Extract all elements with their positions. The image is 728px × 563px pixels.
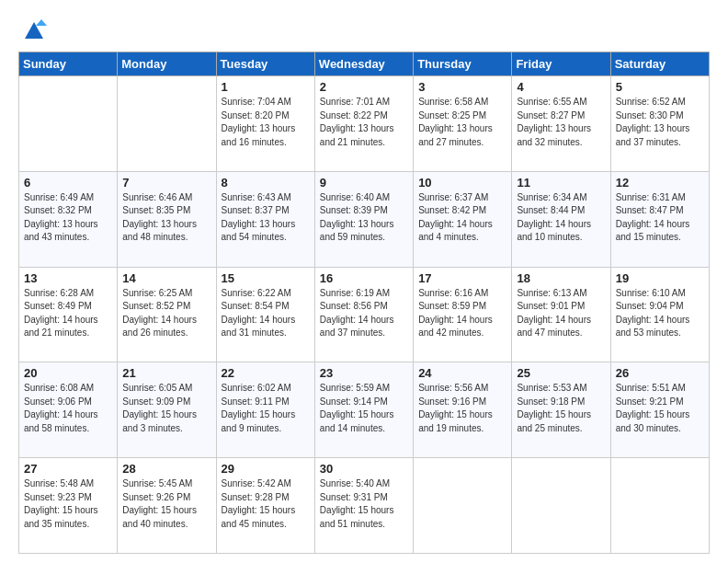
calendar-cell	[610, 458, 709, 554]
day-info: Sunrise: 6:43 AM Sunset: 8:37 PM Dayligh…	[222, 191, 310, 245]
day-number: 29	[222, 462, 310, 476]
week-row-2: 13Sunrise: 6:28 AM Sunset: 8:49 PM Dayli…	[19, 267, 710, 362]
calendar-cell: 6Sunrise: 6:49 AM Sunset: 8:32 PM Daylig…	[19, 171, 118, 267]
day-info: Sunrise: 6:16 AM Sunset: 8:59 PM Dayligh…	[418, 287, 506, 340]
calendar-cell: 16Sunrise: 6:19 AM Sunset: 8:56 PM Dayli…	[314, 267, 413, 362]
day-info: Sunrise: 6:10 AM Sunset: 9:04 PM Dayligh…	[616, 287, 704, 340]
svg-marker-1	[36, 19, 47, 26]
day-number: 26	[616, 366, 704, 380]
day-number: 2	[320, 80, 408, 94]
day-info: Sunrise: 5:48 AM Sunset: 9:23 PM Dayligh…	[24, 477, 112, 531]
day-number: 18	[517, 271, 605, 285]
calendar-cell: 29Sunrise: 5:42 AM Sunset: 9:28 PM Dayli…	[216, 458, 314, 554]
day-number: 22	[222, 366, 310, 380]
header	[18, 17, 710, 42]
day-number: 12	[616, 176, 704, 190]
calendar-cell: 24Sunrise: 5:56 AM Sunset: 9:16 PM Dayli…	[414, 362, 512, 458]
day-number: 5	[616, 80, 704, 94]
day-number: 4	[517, 80, 605, 94]
day-number: 30	[320, 462, 408, 476]
calendar-cell: 11Sunrise: 6:34 AM Sunset: 8:44 PM Dayli…	[512, 171, 610, 267]
day-info: Sunrise: 7:01 AM Sunset: 8:22 PM Dayligh…	[320, 96, 408, 149]
day-number: 10	[418, 176, 506, 190]
day-info: Sunrise: 6:05 AM Sunset: 9:09 PM Dayligh…	[122, 382, 210, 435]
day-info: Sunrise: 6:08 AM Sunset: 9:06 PM Dayligh…	[24, 382, 112, 435]
week-row-4: 27Sunrise: 5:48 AM Sunset: 9:23 PM Dayli…	[19, 458, 710, 554]
calendar-cell	[414, 458, 512, 554]
day-info: Sunrise: 6:19 AM Sunset: 8:56 PM Dayligh…	[320, 287, 408, 340]
day-info: Sunrise: 6:58 AM Sunset: 8:25 PM Dayligh…	[418, 96, 506, 149]
day-header-tuesday: Tuesday	[216, 52, 314, 76]
day-info: Sunrise: 6:28 AM Sunset: 8:49 PM Dayligh…	[24, 287, 112, 340]
calendar-cell	[19, 76, 118, 172]
day-number: 28	[122, 462, 210, 476]
calendar-cell: 20Sunrise: 6:08 AM Sunset: 9:06 PM Dayli…	[19, 362, 118, 458]
day-info: Sunrise: 5:40 AM Sunset: 9:31 PM Dayligh…	[320, 477, 408, 531]
calendar-cell: 12Sunrise: 6:31 AM Sunset: 8:47 PM Dayli…	[610, 171, 709, 267]
day-header-friday: Friday	[512, 52, 610, 76]
day-number: 14	[122, 271, 210, 285]
calendar-cell: 1Sunrise: 7:04 AM Sunset: 8:20 PM Daylig…	[216, 76, 314, 172]
calendar-cell: 23Sunrise: 5:59 AM Sunset: 9:14 PM Dayli…	[314, 362, 413, 458]
calendar-cell: 28Sunrise: 5:45 AM Sunset: 9:26 PM Dayli…	[118, 458, 216, 554]
day-number: 15	[222, 271, 310, 285]
calendar-cell: 9Sunrise: 6:40 AM Sunset: 8:39 PM Daylig…	[314, 171, 413, 267]
day-info: Sunrise: 6:37 AM Sunset: 8:42 PM Dayligh…	[418, 191, 506, 245]
day-number: 6	[24, 176, 112, 190]
day-number: 8	[222, 176, 310, 190]
day-info: Sunrise: 6:55 AM Sunset: 8:27 PM Dayligh…	[517, 96, 605, 149]
calendar-cell: 8Sunrise: 6:43 AM Sunset: 8:37 PM Daylig…	[216, 171, 314, 267]
day-number: 9	[320, 176, 408, 190]
calendar-cell	[118, 76, 216, 172]
calendar-table: SundayMondayTuesdayWednesdayThursdayFrid…	[18, 52, 710, 554]
day-number: 23	[320, 366, 408, 380]
day-number: 3	[418, 80, 506, 94]
day-info: Sunrise: 6:49 AM Sunset: 8:32 PM Dayligh…	[24, 191, 112, 245]
week-row-0: 1Sunrise: 7:04 AM Sunset: 8:20 PM Daylig…	[19, 76, 710, 172]
calendar-cell: 18Sunrise: 6:13 AM Sunset: 9:01 PM Dayli…	[512, 267, 610, 362]
week-row-1: 6Sunrise: 6:49 AM Sunset: 8:32 PM Daylig…	[19, 171, 710, 267]
day-header-wednesday: Wednesday	[314, 52, 413, 76]
day-number: 25	[517, 366, 605, 380]
calendar-cell: 26Sunrise: 5:51 AM Sunset: 9:21 PM Dayli…	[610, 362, 709, 458]
day-info: Sunrise: 5:53 AM Sunset: 9:18 PM Dayligh…	[517, 382, 605, 435]
day-header-monday: Monday	[118, 52, 216, 76]
calendar-cell: 7Sunrise: 6:46 AM Sunset: 8:35 PM Daylig…	[118, 171, 216, 267]
day-info: Sunrise: 5:51 AM Sunset: 9:21 PM Dayligh…	[616, 382, 704, 435]
day-info: Sunrise: 6:13 AM Sunset: 9:01 PM Dayligh…	[517, 287, 605, 340]
day-number: 27	[24, 462, 112, 476]
day-info: Sunrise: 6:02 AM Sunset: 9:11 PM Dayligh…	[222, 382, 310, 435]
day-number: 19	[616, 271, 704, 285]
day-info: Sunrise: 7:04 AM Sunset: 8:20 PM Dayligh…	[222, 96, 310, 149]
day-number: 16	[320, 271, 408, 285]
day-info: Sunrise: 5:56 AM Sunset: 9:16 PM Dayligh…	[418, 382, 506, 435]
calendar-header-row: SundayMondayTuesdayWednesdayThursdayFrid…	[19, 52, 710, 76]
day-info: Sunrise: 6:22 AM Sunset: 8:54 PM Dayligh…	[222, 287, 310, 340]
day-header-saturday: Saturday	[610, 52, 709, 76]
logo	[18, 17, 47, 42]
calendar-cell	[512, 458, 610, 554]
day-number: 24	[418, 366, 506, 380]
logo-icon	[21, 17, 47, 42]
day-number: 7	[122, 176, 210, 190]
calendar-cell: 4Sunrise: 6:55 AM Sunset: 8:27 PM Daylig…	[512, 76, 610, 172]
day-info: Sunrise: 5:42 AM Sunset: 9:28 PM Dayligh…	[222, 477, 310, 531]
day-number: 1	[222, 80, 310, 94]
calendar-cell: 5Sunrise: 6:52 AM Sunset: 8:30 PM Daylig…	[610, 76, 709, 172]
day-number: 20	[24, 366, 112, 380]
day-info: Sunrise: 6:52 AM Sunset: 8:30 PM Dayligh…	[616, 96, 704, 149]
day-number: 21	[122, 366, 210, 380]
day-header-sunday: Sunday	[19, 52, 118, 76]
day-info: Sunrise: 5:59 AM Sunset: 9:14 PM Dayligh…	[320, 382, 408, 435]
calendar-cell: 22Sunrise: 6:02 AM Sunset: 9:11 PM Dayli…	[216, 362, 314, 458]
day-info: Sunrise: 5:45 AM Sunset: 9:26 PM Dayligh…	[122, 477, 210, 531]
calendar-cell: 14Sunrise: 6:25 AM Sunset: 8:52 PM Dayli…	[118, 267, 216, 362]
calendar-cell: 17Sunrise: 6:16 AM Sunset: 8:59 PM Dayli…	[414, 267, 512, 362]
calendar-cell: 27Sunrise: 5:48 AM Sunset: 9:23 PM Dayli…	[19, 458, 118, 554]
day-info: Sunrise: 6:40 AM Sunset: 8:39 PM Dayligh…	[320, 191, 408, 245]
calendar-cell: 25Sunrise: 5:53 AM Sunset: 9:18 PM Dayli…	[512, 362, 610, 458]
calendar-cell: 15Sunrise: 6:22 AM Sunset: 8:54 PM Dayli…	[216, 267, 314, 362]
page: SundayMondayTuesdayWednesdayThursdayFrid…	[0, 0, 728, 563]
calendar-cell: 21Sunrise: 6:05 AM Sunset: 9:09 PM Dayli…	[118, 362, 216, 458]
day-number: 17	[418, 271, 506, 285]
